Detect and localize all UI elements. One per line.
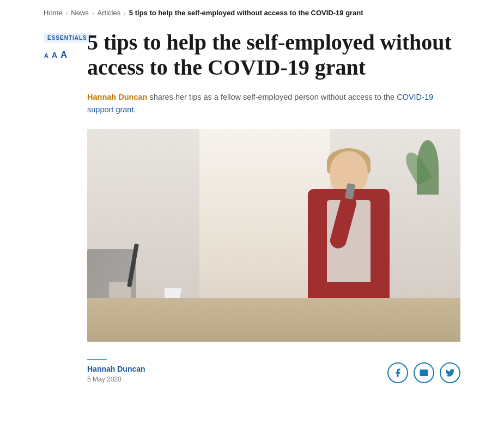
breadcrumb-separator-2: › — [92, 10, 94, 16]
subtitle-author-link[interactable]: Hannah Duncan — [87, 93, 147, 101]
email-icon — [419, 368, 429, 378]
facebook-share-button[interactable] — [387, 362, 408, 383]
author-name[interactable]: Hannah Duncan — [87, 365, 145, 373]
breadcrumb-articles[interactable]: Articles — [98, 9, 121, 17]
font-size-small-button[interactable]: A — [44, 53, 49, 59]
article-subtitle: Hannah Duncan shares her tips as a fello… — [87, 91, 458, 116]
font-size-medium-button[interactable]: A — [51, 51, 58, 59]
article-meta: Hannah Duncan 5 May 2020 — [87, 357, 460, 383]
breadcrumb-separator-3: › — [124, 10, 126, 16]
article-title: 5 tips to help the self-employed without… — [87, 30, 460, 80]
article-date: 5 May 2020 — [87, 376, 145, 383]
article-sidebar: ESSENTIALS A A A — [44, 30, 87, 383]
article-author-section: Hannah Duncan 5 May 2020 — [87, 359, 145, 383]
breadcrumb-separator-1: › — [66, 10, 68, 16]
essentials-badge: ESSENTIALS — [44, 33, 91, 43]
article-image — [87, 129, 460, 342]
author-divider — [87, 359, 107, 360]
breadcrumb-home[interactable]: Home — [44, 9, 63, 17]
breadcrumb-news[interactable]: News — [71, 9, 89, 17]
twitter-icon — [445, 368, 455, 378]
article-image-placeholder — [87, 129, 460, 342]
subtitle-text: shares her tips as a fellow self-employe… — [147, 93, 397, 101]
breadcrumb-current: 5 tips to help the self-employed without… — [129, 9, 363, 17]
font-size-large-button[interactable]: A — [60, 50, 68, 59]
email-share-button[interactable] — [414, 362, 434, 383]
article-content: 5 tips to help the self-employed without… — [87, 30, 460, 383]
font-size-controls: A A A — [44, 50, 87, 59]
twitter-share-button[interactable] — [440, 362, 460, 383]
facebook-icon — [393, 368, 403, 378]
breadcrumb: Home › News › Articles › 5 tips to help … — [44, 9, 460, 17]
subtitle-end: . — [133, 105, 136, 114]
social-share — [387, 362, 460, 383]
